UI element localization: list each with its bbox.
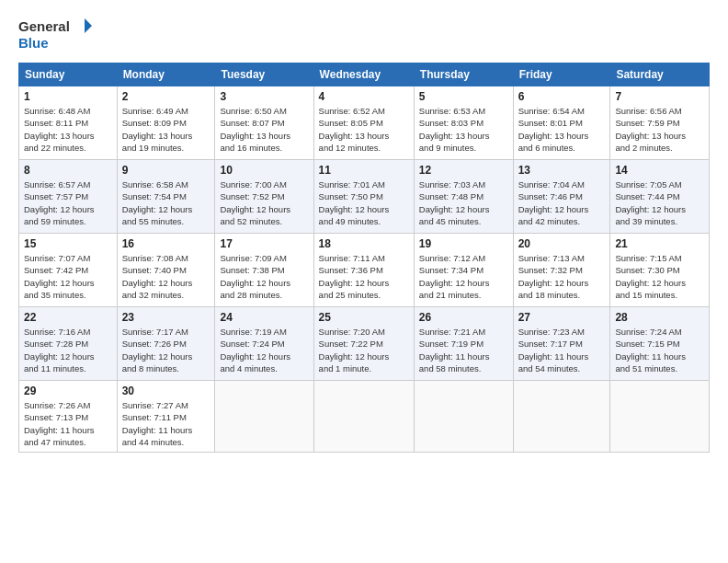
week-row-3: 15Sunrise: 7:07 AM Sunset: 7:42 PM Dayli… bbox=[19, 234, 710, 307]
day-cell: 19Sunrise: 7:12 AM Sunset: 7:34 PM Dayli… bbox=[414, 234, 513, 307]
day-number: 4 bbox=[319, 90, 409, 103]
day-number: 7 bbox=[615, 90, 704, 103]
day-info: Sunrise: 6:48 AM Sunset: 8:11 PM Dayligh… bbox=[24, 105, 112, 154]
day-cell: 29Sunrise: 7:26 AM Sunset: 7:13 PM Dayli… bbox=[19, 381, 118, 453]
day-info: Sunrise: 7:13 AM Sunset: 7:32 PM Dayligh… bbox=[518, 252, 606, 301]
day-info: Sunrise: 6:56 AM Sunset: 7:59 PM Dayligh… bbox=[615, 105, 704, 154]
day-cell: 5Sunrise: 6:53 AM Sunset: 8:03 PM Daylig… bbox=[414, 86, 513, 160]
day-cell: 11Sunrise: 7:01 AM Sunset: 7:50 PM Dayli… bbox=[313, 160, 414, 234]
col-header-friday: Friday bbox=[513, 63, 610, 86]
day-cell: 18Sunrise: 7:11 AM Sunset: 7:36 PM Dayli… bbox=[313, 234, 414, 307]
day-info: Sunrise: 7:15 AM Sunset: 7:30 PM Dayligh… bbox=[615, 252, 704, 301]
week-row-1: 1Sunrise: 6:48 AM Sunset: 8:11 PM Daylig… bbox=[19, 86, 710, 160]
week-row-4: 22Sunrise: 7:16 AM Sunset: 7:28 PM Dayli… bbox=[19, 307, 710, 381]
day-info: Sunrise: 7:01 AM Sunset: 7:50 PM Dayligh… bbox=[319, 178, 409, 227]
day-info: Sunrise: 6:50 AM Sunset: 8:07 PM Dayligh… bbox=[220, 105, 308, 154]
logo: General Blue bbox=[18, 15, 92, 53]
day-number: 10 bbox=[220, 164, 308, 177]
day-cell: 1Sunrise: 6:48 AM Sunset: 8:11 PM Daylig… bbox=[19, 86, 118, 160]
day-info: Sunrise: 7:26 AM Sunset: 7:13 PM Dayligh… bbox=[24, 399, 112, 448]
col-header-saturday: Saturday bbox=[610, 63, 710, 86]
day-info: Sunrise: 7:27 AM Sunset: 7:11 PM Dayligh… bbox=[122, 399, 210, 448]
day-cell bbox=[414, 381, 513, 453]
day-info: Sunrise: 7:16 AM Sunset: 7:28 PM Dayligh… bbox=[24, 326, 112, 374]
day-number: 23 bbox=[122, 311, 210, 324]
col-header-monday: Monday bbox=[117, 63, 215, 86]
day-number: 30 bbox=[122, 385, 210, 397]
day-number: 11 bbox=[319, 164, 409, 177]
day-cell: 14Sunrise: 7:05 AM Sunset: 7:44 PM Dayli… bbox=[610, 160, 710, 234]
day-info: Sunrise: 7:24 AM Sunset: 7:15 PM Dayligh… bbox=[615, 326, 704, 374]
day-info: Sunrise: 7:23 AM Sunset: 7:17 PM Dayligh… bbox=[518, 326, 606, 374]
day-number: 21 bbox=[615, 237, 704, 250]
day-number: 3 bbox=[220, 90, 308, 103]
day-cell: 24Sunrise: 7:19 AM Sunset: 7:24 PM Dayli… bbox=[215, 307, 313, 381]
calendar-table: SundayMondayTuesdayWednesdayThursdayFrid… bbox=[18, 63, 710, 453]
day-cell bbox=[610, 381, 710, 453]
day-cell: 27Sunrise: 7:23 AM Sunset: 7:17 PM Dayli… bbox=[513, 307, 610, 381]
day-number: 1 bbox=[24, 90, 112, 103]
day-number: 29 bbox=[24, 385, 112, 397]
day-cell: 12Sunrise: 7:03 AM Sunset: 7:48 PM Dayli… bbox=[414, 160, 513, 234]
day-cell bbox=[313, 381, 414, 453]
col-header-thursday: Thursday bbox=[414, 63, 513, 86]
day-cell: 2Sunrise: 6:49 AM Sunset: 8:09 PM Daylig… bbox=[117, 86, 215, 160]
day-cell: 13Sunrise: 7:04 AM Sunset: 7:46 PM Dayli… bbox=[513, 160, 610, 234]
day-cell: 28Sunrise: 7:24 AM Sunset: 7:15 PM Dayli… bbox=[610, 307, 710, 381]
day-info: Sunrise: 7:11 AM Sunset: 7:36 PM Dayligh… bbox=[319, 252, 409, 301]
day-number: 19 bbox=[419, 237, 508, 250]
day-info: Sunrise: 6:49 AM Sunset: 8:09 PM Dayligh… bbox=[122, 105, 210, 154]
day-cell: 3Sunrise: 6:50 AM Sunset: 8:07 PM Daylig… bbox=[215, 86, 313, 160]
day-cell: 23Sunrise: 7:17 AM Sunset: 7:26 PM Dayli… bbox=[117, 307, 215, 381]
day-cell: 25Sunrise: 7:20 AM Sunset: 7:22 PM Dayli… bbox=[313, 307, 414, 381]
svg-text:Blue: Blue bbox=[18, 35, 49, 51]
day-number: 15 bbox=[24, 237, 112, 250]
day-info: Sunrise: 7:08 AM Sunset: 7:40 PM Dayligh… bbox=[122, 252, 210, 301]
week-row-5: 29Sunrise: 7:26 AM Sunset: 7:13 PM Dayli… bbox=[19, 381, 710, 453]
day-cell: 4Sunrise: 6:52 AM Sunset: 8:05 PM Daylig… bbox=[313, 86, 414, 160]
day-info: Sunrise: 7:04 AM Sunset: 7:46 PM Dayligh… bbox=[518, 178, 606, 227]
day-number: 22 bbox=[24, 311, 112, 324]
day-number: 13 bbox=[518, 164, 606, 177]
day-number: 5 bbox=[419, 90, 508, 103]
day-info: Sunrise: 7:19 AM Sunset: 7:24 PM Dayligh… bbox=[220, 326, 308, 374]
day-cell: 20Sunrise: 7:13 AM Sunset: 7:32 PM Dayli… bbox=[513, 234, 610, 307]
day-number: 2 bbox=[122, 90, 210, 103]
day-number: 6 bbox=[518, 90, 606, 103]
day-info: Sunrise: 6:54 AM Sunset: 8:01 PM Dayligh… bbox=[518, 105, 606, 154]
day-number: 26 bbox=[419, 311, 508, 324]
day-number: 17 bbox=[220, 237, 308, 250]
day-number: 27 bbox=[518, 311, 606, 324]
col-header-wednesday: Wednesday bbox=[313, 63, 414, 86]
day-cell: 26Sunrise: 7:21 AM Sunset: 7:19 PM Dayli… bbox=[414, 307, 513, 381]
day-cell: 16Sunrise: 7:08 AM Sunset: 7:40 PM Dayli… bbox=[117, 234, 215, 307]
day-cell: 22Sunrise: 7:16 AM Sunset: 7:28 PM Dayli… bbox=[19, 307, 118, 381]
day-cell: 15Sunrise: 7:07 AM Sunset: 7:42 PM Dayli… bbox=[19, 234, 118, 307]
day-number: 9 bbox=[122, 164, 210, 177]
col-header-sunday: Sunday bbox=[19, 63, 118, 86]
day-number: 18 bbox=[319, 237, 409, 250]
day-number: 12 bbox=[419, 164, 508, 177]
day-cell: 17Sunrise: 7:09 AM Sunset: 7:38 PM Dayli… bbox=[215, 234, 313, 307]
day-cell bbox=[513, 381, 610, 453]
day-number: 8 bbox=[24, 164, 112, 177]
svg-marker-2 bbox=[85, 18, 92, 33]
day-cell: 30Sunrise: 7:27 AM Sunset: 7:11 PM Dayli… bbox=[117, 381, 215, 453]
day-number: 16 bbox=[122, 237, 210, 250]
day-number: 14 bbox=[615, 164, 704, 177]
logo-svg: General Blue bbox=[18, 15, 92, 53]
day-cell: 9Sunrise: 6:58 AM Sunset: 7:54 PM Daylig… bbox=[117, 160, 215, 234]
day-info: Sunrise: 7:03 AM Sunset: 7:48 PM Dayligh… bbox=[419, 178, 508, 227]
day-info: Sunrise: 7:05 AM Sunset: 7:44 PM Dayligh… bbox=[615, 178, 704, 227]
day-info: Sunrise: 6:53 AM Sunset: 8:03 PM Dayligh… bbox=[419, 105, 508, 154]
day-cell: 6Sunrise: 6:54 AM Sunset: 8:01 PM Daylig… bbox=[513, 86, 610, 160]
header-row: SundayMondayTuesdayWednesdayThursdayFrid… bbox=[19, 63, 710, 86]
day-cell: 10Sunrise: 7:00 AM Sunset: 7:52 PM Dayli… bbox=[215, 160, 313, 234]
day-info: Sunrise: 7:21 AM Sunset: 7:19 PM Dayligh… bbox=[419, 326, 508, 374]
day-cell: 8Sunrise: 6:57 AM Sunset: 7:57 PM Daylig… bbox=[19, 160, 118, 234]
day-info: Sunrise: 7:07 AM Sunset: 7:42 PM Dayligh… bbox=[24, 252, 112, 301]
day-info: Sunrise: 7:00 AM Sunset: 7:52 PM Dayligh… bbox=[220, 178, 308, 227]
day-info: Sunrise: 7:17 AM Sunset: 7:26 PM Dayligh… bbox=[122, 326, 210, 374]
day-cell bbox=[215, 381, 313, 453]
col-header-tuesday: Tuesday bbox=[215, 63, 313, 86]
